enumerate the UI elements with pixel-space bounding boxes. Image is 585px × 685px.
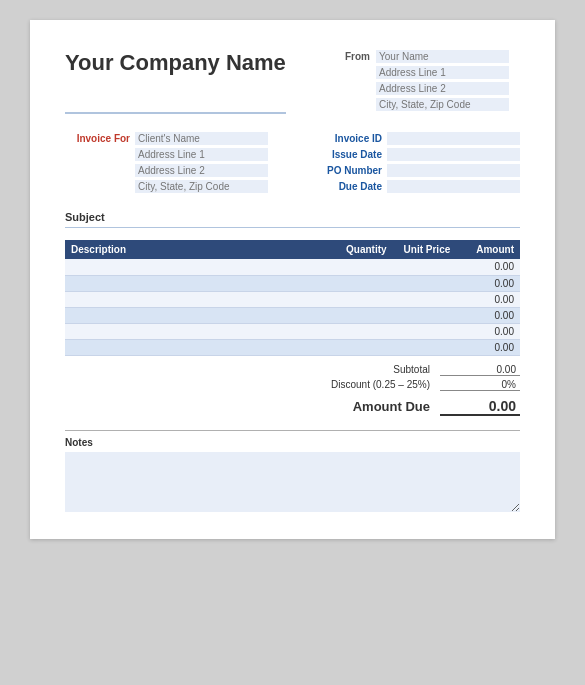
amount-due-value: 0.00 [440, 398, 520, 416]
cell-quantity[interactable] [329, 339, 393, 355]
client-address2-input[interactable] [135, 164, 268, 177]
subtotal-value: 0.00 [440, 364, 520, 376]
issue-date-label: Issue Date [312, 149, 382, 160]
qty-input-5[interactable] [335, 342, 387, 353]
due-date-input[interactable] [387, 180, 520, 193]
notes-label: Notes [65, 437, 520, 448]
price-input-5[interactable] [399, 342, 451, 353]
discount-label: Discount (0.25 – 25%) [300, 379, 430, 390]
subject-input[interactable] [123, 210, 520, 224]
cell-unit-price[interactable] [393, 339, 457, 355]
col-description: Description [65, 240, 329, 259]
from-address-block [376, 66, 509, 114]
po-number-label: PO Number [312, 165, 382, 176]
billto-addr2-row [65, 164, 268, 177]
qty-input-2[interactable] [335, 294, 387, 305]
cell-amount: 0.00 [456, 307, 520, 323]
notes-section: Notes [65, 430, 520, 514]
desc-input-2[interactable] [71, 294, 323, 305]
cell-description[interactable] [65, 323, 329, 339]
cell-quantity[interactable] [329, 259, 393, 275]
invoice-details-block: Invoice ID Issue Date PO Number Due Date [312, 132, 520, 196]
cell-amount: 0.00 [456, 339, 520, 355]
price-input-3[interactable] [399, 310, 451, 321]
cell-unit-price[interactable] [393, 259, 457, 275]
from-city-row [376, 98, 509, 111]
discount-value: 0% [440, 379, 520, 391]
desc-input-3[interactable] [71, 310, 323, 321]
invoice-for-label: Invoice For [65, 133, 130, 144]
subject-label: Subject [65, 211, 115, 223]
cell-description[interactable] [65, 259, 329, 275]
cell-description[interactable] [65, 275, 329, 291]
col-amount: Amount [456, 240, 520, 259]
invoice-table: Description Quantity Unit Price Amount 0… [65, 240, 520, 356]
qty-input-0[interactable] [335, 261, 387, 272]
billto-section: Invoice For Invoice ID Issue Dat [65, 132, 520, 196]
qty-input-3[interactable] [335, 310, 387, 321]
desc-input-1[interactable] [71, 278, 323, 289]
billto-addr1-row [65, 148, 268, 161]
cell-quantity[interactable] [329, 291, 393, 307]
cell-unit-price[interactable] [393, 307, 457, 323]
due-date-label: Due Date [312, 181, 382, 192]
po-number-input[interactable] [387, 164, 520, 177]
cell-quantity[interactable] [329, 323, 393, 339]
invoice-id-input[interactable] [387, 132, 520, 145]
table-row: 0.00 [65, 339, 520, 355]
issue-date-row: Issue Date [312, 148, 520, 161]
col-unit-price: Unit Price [393, 240, 457, 259]
subtotal-label: Subtotal [300, 364, 430, 375]
invoice-page: Your Company Name From Invoi [30, 20, 555, 539]
price-input-2[interactable] [399, 294, 451, 305]
subject-section: Subject [65, 210, 520, 228]
from-address1-input[interactable] [376, 66, 509, 79]
col-quantity: Quantity [329, 240, 393, 259]
notes-input[interactable] [65, 452, 520, 512]
due-date-row: Due Date [312, 180, 520, 193]
amount-due-label: Amount Due [300, 399, 430, 414]
cell-description[interactable] [65, 339, 329, 355]
invoice-id-label: Invoice ID [312, 133, 382, 144]
cell-description[interactable] [65, 307, 329, 323]
po-number-row: PO Number [312, 164, 520, 177]
cell-amount: 0.00 [456, 323, 520, 339]
table-row: 0.00 [65, 275, 520, 291]
qty-input-1[interactable] [335, 278, 387, 289]
header: Your Company Name From [65, 50, 520, 114]
table-row: 0.00 [65, 323, 520, 339]
billto-block: Invoice For [65, 132, 268, 196]
from-label: From [340, 51, 370, 62]
cell-amount: 0.00 [456, 275, 520, 291]
desc-input-5[interactable] [71, 342, 323, 353]
qty-input-4[interactable] [335, 326, 387, 337]
from-row: From [340, 50, 509, 63]
client-name-input[interactable] [135, 132, 268, 145]
cell-unit-price[interactable] [393, 275, 457, 291]
cell-description[interactable] [65, 291, 329, 307]
desc-input-0[interactable] [71, 261, 323, 272]
from-address2-input[interactable] [376, 82, 509, 95]
cell-quantity[interactable] [329, 307, 393, 323]
price-input-4[interactable] [399, 326, 451, 337]
price-input-0[interactable] [399, 261, 451, 272]
desc-input-4[interactable] [71, 326, 323, 337]
invoice-id-row: Invoice ID [312, 132, 520, 145]
cell-unit-price[interactable] [393, 323, 457, 339]
from-block: From [340, 50, 520, 114]
table-row: 0.00 [65, 291, 520, 307]
client-city-input[interactable] [135, 180, 268, 193]
from-name-input[interactable] [376, 50, 509, 63]
table-row: 0.00 [65, 307, 520, 323]
subject-row: Subject [65, 210, 520, 228]
cell-unit-price[interactable] [393, 291, 457, 307]
issue-date-input[interactable] [387, 148, 520, 161]
discount-row: Discount (0.25 – 25%) 0% [260, 379, 520, 391]
price-input-1[interactable] [399, 278, 451, 289]
cell-quantity[interactable] [329, 275, 393, 291]
from-addr1-row [376, 66, 509, 79]
from-city-input[interactable] [376, 98, 509, 111]
billto-name-row: Invoice For [65, 132, 268, 145]
client-address1-input[interactable] [135, 148, 268, 161]
amount-due-row: Amount Due 0.00 [220, 398, 520, 416]
